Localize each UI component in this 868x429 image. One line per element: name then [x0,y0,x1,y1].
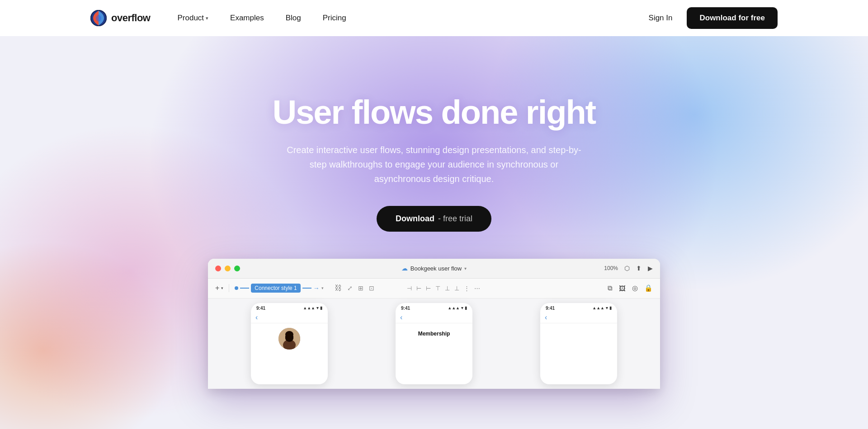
connector-chevron: ▾ [321,286,324,290]
nav-blog[interactable]: Blog [286,14,301,23]
nav-product[interactable]: Product ▾ [177,14,208,23]
phone-frame-1: 9:41 ▲▲▲ ▾ ▮ ‹ [251,303,328,384]
battery-icon-1: ▮ [320,306,322,311]
image-icon[interactable]: 🖼 [619,284,626,292]
toolbar-add-chevron: ▾ [221,286,223,290]
toolbar-align-icons: ⊣ ⊢ ⊢ ⊤ ⊥ ⊥ ⋮ ⋯ [407,285,480,292]
phone-content-1 [251,323,328,384]
lock-icon[interactable]: 🔒 [644,284,653,292]
phone-title-2: Membership [418,331,450,337]
nav-links: Product ▾ Examples Blog Pricing [177,14,648,23]
chain-icon: ⛓ [335,284,342,292]
nav-right: Sign In Download for free [649,7,778,29]
toolbar-right-icons: ⧉ 🖼 ◎ 🔒 [608,284,653,292]
hero-title: User flows done right [273,95,596,130]
phone-time-3: 9:41 [546,306,555,311]
phone-nav-3: ‹ [540,312,617,323]
window-title-chevron: ▾ [464,266,467,271]
phone-content-2: Membership [396,323,472,384]
phone-status-icons-3: ▲▲▲ ▾ ▮ [592,306,612,311]
align-right-icon[interactable]: ⊢ [426,285,431,292]
phone-back-icon-1: ‹ [255,313,258,322]
connector-tool[interactable]: Connector style 1 → ▾ [235,284,323,293]
battery-icon-2: ▮ [465,306,467,311]
align-middle-icon[interactable]: ⊥ [445,285,450,292]
connector-label: Connector style 1 [251,284,300,293]
phone-status-icons-2: ▲▲▲ ▾ ▮ [448,306,467,311]
phone-content-3 [540,323,617,384]
window-maximize-button[interactable] [234,266,240,271]
cloud-icon: ☁ [401,265,408,272]
connector-arrow: → [313,284,320,292]
connector-start-dot [235,286,238,290]
window-title-right: 100% ⬡ ⬆ ▶ [604,265,653,272]
battery-icon-3: ▮ [609,306,612,311]
zoom-level: 100% [604,265,618,271]
window-canvas: 9:41 ▲▲▲ ▾ ▮ ‹ [208,298,660,389]
connector-line-svg [240,288,249,289]
nav-examples[interactable]: Examples [230,14,264,23]
overflow-logo-icon [90,10,107,26]
phone-status-bar-2: 9:41 ▲▲▲ ▾ ▮ [396,303,472,312]
sign-in-button[interactable]: Sign In [649,14,673,23]
nav-download-button[interactable]: Download for free [687,7,778,29]
window-minimize-button[interactable] [225,266,231,271]
phone-time-2: 9:41 [401,306,410,311]
play-icon[interactable]: ▶ [648,265,653,272]
align-left-icon[interactable]: ⊣ [407,285,412,292]
phone-frame-3: 9:41 ▲▲▲ ▾ ▮ ‹ [540,303,617,384]
phone-status-bar-3: 9:41 ▲▲▲ ▾ ▮ [540,303,617,312]
app-window: ☁ Bookgeek user flow ▾ 100% ⬡ ⬆ ▶ + ▾ [208,259,660,389]
phone-nav-2: ‹ [396,312,472,323]
window-close-button[interactable] [215,266,221,271]
wifi-icon-2: ▾ [461,306,463,311]
expand-icon: ⤢ [347,284,353,292]
hero-section: User flows done right Create interactive… [0,36,868,429]
phone-back-icon-2: ‹ [400,313,402,322]
logo-text: overflow [111,12,150,24]
phone-status-icons-1: ▲▲▲ ▾ ▮ [303,306,322,311]
phone-back-icon-3: ‹ [545,313,547,322]
window-title-text: Bookgeek user flow [410,265,462,272]
phone-time-1: 9:41 [256,306,265,311]
hero-content: User flows done right Create interactive… [273,36,596,232]
distribute-v-icon[interactable]: ⋯ [474,285,480,292]
chevron-down-icon: ▾ [206,15,208,21]
toolbar-add-button[interactable]: + ▾ [215,284,229,292]
wifi-icon-1: ▾ [316,306,319,311]
signal-icon-2: ▲▲▲ [448,306,460,311]
hero-cta-suffix: - free trial [438,214,472,224]
align-bottom-icon[interactable]: ⊥ [454,285,459,292]
phone-status-bar-1: 9:41 ▲▲▲ ▾ ▮ [251,303,328,312]
signal-icon-1: ▲▲▲ [303,306,315,311]
grid-icon: ⊡ [369,284,374,292]
group-icon: ⊞ [358,284,363,292]
align-top-icon[interactable]: ⊤ [435,285,440,292]
signal-icon-3: ▲▲▲ [592,306,604,311]
phone-nav-1: ‹ [251,312,328,323]
navbar: overflow Product ▾ Examples Blog Pricing… [0,0,868,36]
hero-subtitle: Create interactive user flows, stunning … [285,143,583,186]
window-toolbar: + ▾ Connector style 1 → ▾ ⛓ ⤢ ⊞ ⊡ ⊣ [208,279,660,298]
phone-frame-2: 9:41 ▲▲▲ ▾ ▮ ‹ Membership [396,303,472,384]
logo-link[interactable]: overflow [90,10,150,26]
hero-cta-main: Download [396,214,434,224]
plus-icon: + [215,284,219,292]
avatar-1 [278,328,300,350]
nav-pricing[interactable]: Pricing [323,14,346,23]
wifi-icon-3: ▾ [606,306,608,311]
window-titlebar: ☁ Bookgeek user flow ▾ 100% ⬡ ⬆ ▶ [208,259,660,279]
export-icon: ⬆ [636,265,642,272]
capture-icon: ⬡ [624,265,630,272]
layers-icon[interactable]: ⧉ [608,284,613,292]
distribute-h-icon[interactable]: ⋮ [464,285,470,292]
connector-line-end [302,288,311,289]
window-title-center: ☁ Bookgeek user flow ▾ [401,265,467,272]
app-window-wrapper: ☁ Bookgeek user flow ▾ 100% ⬡ ⬆ ▶ + ▾ [208,259,660,389]
window-controls [215,266,240,271]
align-center-h-icon[interactable]: ⊢ [416,285,421,292]
eye-icon[interactable]: ◎ [632,284,638,292]
hero-cta-button[interactable]: Download - free trial [377,206,491,232]
